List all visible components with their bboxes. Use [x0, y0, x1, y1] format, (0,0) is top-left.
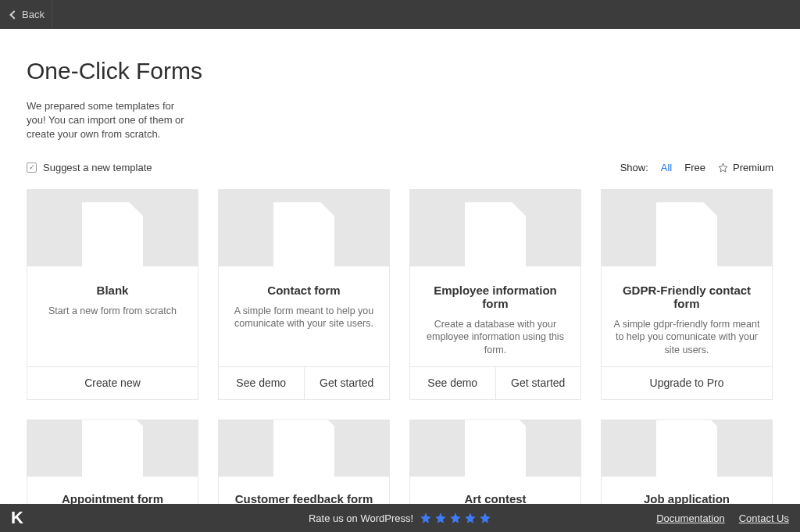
filter-premium-label: Premium [733, 162, 773, 173]
template-thumb [219, 190, 389, 266]
paper-icon [82, 420, 143, 477]
template-desc: Create a database with your employee inf… [421, 318, 570, 358]
template-card-employee: Employee information form Create a datab… [409, 189, 581, 400]
top-bar: Back [0, 0, 800, 29]
star-icon [420, 512, 432, 524]
back-button[interactable]: Back [11, 9, 45, 20]
paper-icon [656, 202, 717, 266]
get-started-button[interactable]: Get started [304, 367, 390, 399]
page-title: One-Click Forms [27, 58, 773, 84]
checkbox-icon: ✓ [27, 162, 37, 173]
paper-icon [465, 420, 526, 477]
template-thumb [410, 190, 580, 266]
template-actions: Upgrade to Pro [602, 366, 772, 399]
template-title: Art contest [421, 492, 570, 505]
bottom-right-links: Documentation Contact Us [656, 512, 789, 524]
star-rating [420, 512, 491, 524]
upgrade-pro-button[interactable]: Upgrade to Pro [602, 367, 772, 399]
paper-icon [656, 420, 717, 477]
star-icon [434, 512, 447, 524]
chevron-left-icon [9, 10, 18, 19]
template-title: Blank [38, 284, 187, 297]
filter-all[interactable]: All [661, 162, 672, 173]
filter-group: Show: All Free Premium [620, 162, 773, 173]
top-bar-divider [52, 0, 52, 29]
template-title: Appointment form [38, 492, 187, 505]
contact-us-link[interactable]: Contact Us [739, 512, 789, 524]
suggest-label: Suggest a new template [43, 162, 152, 173]
template-title: Contact form [230, 284, 378, 297]
template-actions: See demo Get started [219, 366, 389, 399]
template-thumb [410, 420, 580, 477]
template-grid: Blank Start a new form from scratch Crea… [27, 189, 773, 513]
template-title: Job application [612, 492, 761, 505]
template-desc: A simple form meant to help you comunica… [230, 305, 378, 331]
page-intro: We prepared some templates for you! You … [27, 99, 195, 142]
see-demo-button[interactable]: See demo [219, 367, 304, 399]
template-thumb [27, 420, 198, 477]
template-body: GDPR-Friendly contact form A simple gdpr… [602, 266, 772, 366]
create-new-button[interactable]: Create new [27, 367, 198, 399]
template-thumb [602, 190, 772, 266]
page: One-Click Forms We prepared some templat… [0, 0, 800, 532]
template-desc: A simple gdpr-friendly form meant to hel… [612, 318, 761, 358]
toolbar-row: ✓ Suggest a new template Show: All Free … [27, 162, 773, 173]
bottom-bar: K Rate us on WordPress! Documentation Co… [0, 504, 800, 532]
template-card-gdpr: GDPR-Friendly contact form A simple gdpr… [601, 189, 773, 400]
template-thumb [27, 190, 198, 266]
see-demo-button[interactable]: See demo [410, 367, 495, 399]
paper-icon [82, 202, 143, 266]
template-actions: See demo Get started [410, 366, 580, 399]
template-card-customer-feedback: Customer feedback form [218, 420, 390, 513]
star-icon [464, 512, 477, 524]
template-title: GDPR-Friendly contact form [612, 284, 761, 310]
paper-icon [465, 202, 526, 266]
star-icon [718, 162, 728, 173]
get-started-button[interactable]: Get started [495, 367, 581, 399]
filter-label: Show: [620, 162, 648, 173]
filter-free[interactable]: Free [684, 162, 705, 173]
paper-icon [273, 420, 334, 477]
template-body: Employee information form Create a datab… [410, 266, 580, 366]
documentation-link[interactable]: Documentation [656, 512, 724, 524]
template-thumb [219, 420, 389, 477]
paper-icon [273, 202, 334, 266]
template-actions: Create new [27, 366, 198, 399]
template-thumb [602, 420, 772, 477]
brand-logo: K [11, 508, 23, 528]
template-card-appointment: Appointment form [27, 420, 198, 513]
template-body: Blank Start a new form from scratch [27, 266, 198, 366]
template-card-job-application: Job application [601, 420, 773, 513]
rate-label: Rate us on WordPress! [309, 512, 413, 524]
template-desc: Start a new form from scratch [38, 305, 187, 318]
star-icon [479, 512, 491, 524]
rate-us[interactable]: Rate us on WordPress! [309, 512, 491, 524]
suggest-template-link[interactable]: ✓ Suggest a new template [27, 162, 152, 173]
back-label: Back [22, 9, 45, 20]
template-card-contact: Contact form A simple form meant to help… [218, 189, 390, 400]
template-card-blank: Blank Start a new form from scratch Crea… [27, 189, 198, 400]
star-icon [449, 512, 462, 524]
template-body: Contact form A simple form meant to help… [219, 266, 389, 366]
filter-premium[interactable]: Premium [718, 162, 773, 173]
template-title: Employee information form [421, 284, 570, 310]
template-card-art-contest: Art contest [409, 420, 581, 513]
template-title: Customer feedback form [230, 492, 378, 505]
